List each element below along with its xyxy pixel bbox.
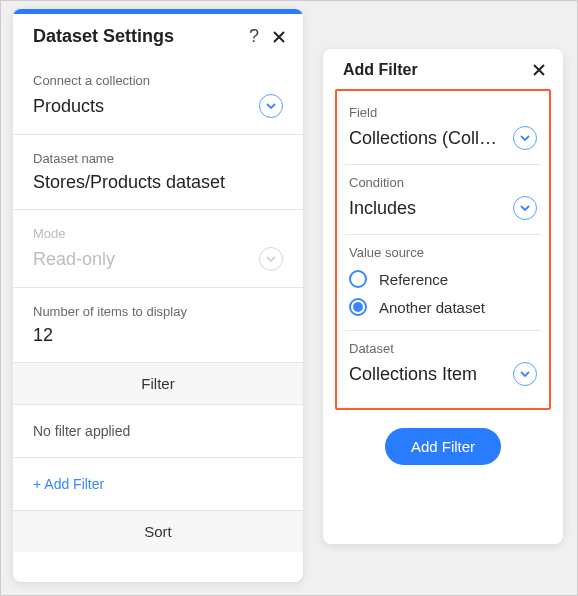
add-filter-button[interactable]: Add Filter [385,428,501,465]
add-filter-link[interactable]: + Add Filter [13,458,303,511]
dataset-dropdown[interactable]: Collections Item [349,362,537,386]
field-label: Field [349,105,537,120]
chevron-down-icon[interactable] [259,94,283,118]
condition-label: Condition [349,175,537,190]
mode-section: Mode Read-only [13,210,303,288]
items-count-value[interactable]: 12 [33,325,283,346]
add-filter-panel: Add Filter Field Collections (Coll… Cond… [323,49,563,544]
items-count-section: Number of items to display 12 [13,288,303,363]
close-icon[interactable] [531,62,547,78]
highlighted-fields: Field Collections (Coll… Condition Inclu… [335,89,551,410]
chevron-down-icon [259,247,283,271]
filter-section-header: Filter [13,363,303,405]
dataset-settings-panel: Dataset Settings ? Connect a collection … [13,9,303,582]
radio-label: Another dataset [379,299,485,316]
mode-value: Read-only [33,249,259,270]
condition-dropdown[interactable]: Includes [349,196,537,220]
chevron-down-icon[interactable] [513,196,537,220]
sort-section-header: Sort [13,511,303,552]
condition-value: Includes [349,198,513,219]
no-filter-text: No filter applied [13,405,303,458]
field-dropdown[interactable]: Collections (Coll… [349,126,537,150]
radio-label: Reference [379,271,448,288]
dataset-name-section: Dataset name Stores/Products dataset [13,135,303,210]
dataset-label: Dataset [349,341,537,356]
value-source-section: Value source Reference Another dataset [345,235,541,331]
dataset-section: Dataset Collections Item [345,331,541,400]
dataset-value: Collections Item [349,364,513,385]
items-count-label: Number of items to display [33,304,283,319]
panel-header: Add Filter [323,49,563,89]
connect-collection-value: Products [33,96,259,117]
chevron-down-icon[interactable] [513,362,537,386]
value-source-label: Value source [349,245,537,260]
condition-section: Condition Includes [345,165,541,235]
radio-icon [349,298,367,316]
radio-reference[interactable]: Reference [349,270,537,288]
connect-collection-label: Connect a collection [33,73,283,88]
dataset-name-value[interactable]: Stores/Products dataset [33,172,283,193]
radio-another-dataset[interactable]: Another dataset [349,298,537,316]
field-section: Field Collections (Coll… [345,95,541,165]
radio-icon [349,270,367,288]
panel-title: Dataset Settings [33,26,249,47]
mode-dropdown: Read-only [33,247,283,271]
connect-collection-dropdown[interactable]: Products [33,94,283,118]
chevron-down-icon[interactable] [513,126,537,150]
dataset-name-label: Dataset name [33,151,283,166]
connect-collection-section: Connect a collection Products [13,57,303,135]
help-icon[interactable]: ? [249,26,259,47]
panel-title: Add Filter [343,61,531,79]
field-value: Collections (Coll… [349,128,513,149]
mode-label: Mode [33,226,283,241]
panel-header: Dataset Settings ? [13,14,303,57]
close-icon[interactable] [271,29,287,45]
